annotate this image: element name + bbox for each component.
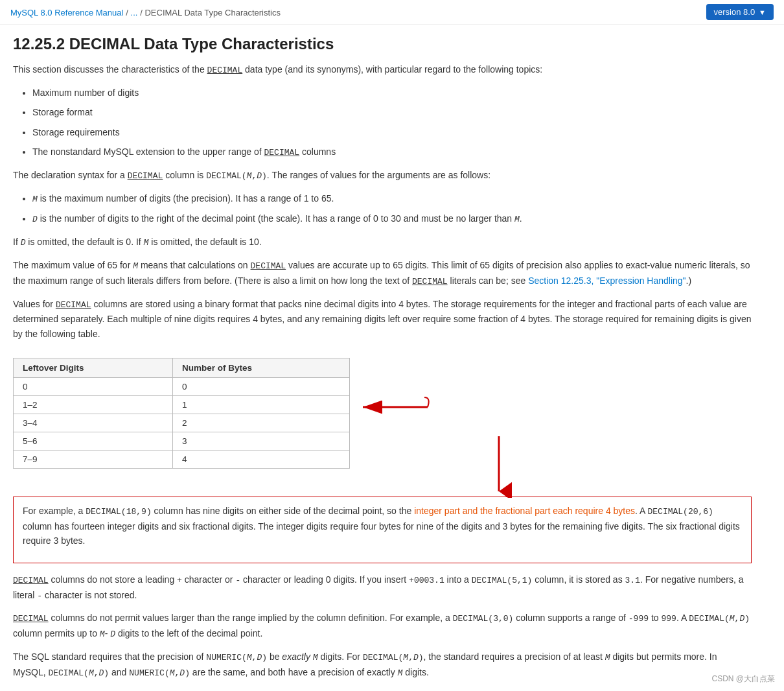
- red-arrow-right-icon: [356, 394, 434, 420]
- list-item: Storage requirements: [32, 125, 752, 139]
- leading-paragraph: DECIMAL columns do not store a leading +…: [13, 572, 752, 603]
- example-box: For example, a DECIMAL(18,9) column has …: [13, 497, 752, 563]
- watermark: CSDN @大白点菜: [711, 673, 775, 685]
- list-item: Storage format: [32, 105, 752, 119]
- list-item: The nonstandard MySQL extension to the u…: [32, 145, 752, 160]
- omit-paragraph: If D is omitted, the default is 0. If M …: [13, 235, 752, 250]
- top-bar: MySQL 8.0 Reference Manual / ... / DECIM…: [0, 0, 784, 25]
- maxval-paragraph: The maximum value of 65 for M means that…: [13, 258, 752, 289]
- list-item-d: D is the number of digits to the right o…: [32, 211, 752, 227]
- table-row: 1–2 1: [14, 396, 350, 414]
- version-button[interactable]: version 8.0 ▼: [706, 4, 774, 20]
- sql-standard-paragraph: The SQL standard requires that the preci…: [13, 650, 752, 681]
- table-row: 3–4 2: [14, 414, 350, 432]
- table-row: 7–9 4: [14, 451, 350, 469]
- table-row: 0 0: [14, 378, 350, 396]
- main-content: 12.25.2 DECIMAL Data Type Characteristic…: [0, 25, 765, 691]
- table-row: 5–6 3: [14, 432, 350, 451]
- storage-table: Leftover Digits Number of Bytes 0 0 1–2 …: [13, 358, 350, 469]
- arrow-right-annotation: [356, 394, 434, 422]
- storage-paragraph: Values for DECIMAL columns are stored us…: [13, 297, 752, 342]
- topics-list: Maximum number of digits Storage format …: [32, 86, 752, 160]
- syntax-paragraph: The declaration syntax for a DECIMAL col…: [13, 168, 752, 183]
- range-paragraph: DECIMAL columns do not permit values lar…: [13, 611, 752, 642]
- chevron-down-icon: ▼: [759, 8, 766, 16]
- table-section: Leftover Digits Number of Bytes 0 0 1–2 …: [13, 349, 350, 478]
- breadcrumb-current: DECIMAL Data Type Characteristics: [144, 8, 281, 18]
- breadcrumb-dots[interactable]: ...: [131, 8, 138, 18]
- red-arrow-down-icon: [486, 433, 512, 498]
- breadcrumb-home[interactable]: MySQL 8.0 Reference Manual: [10, 8, 123, 18]
- breadcrumb: MySQL 8.0 Reference Manual / ... / DECIM…: [10, 7, 281, 18]
- arrow-down-annotation: [486, 433, 512, 500]
- col-header-bytes: Number of Bytes: [173, 358, 350, 378]
- intro-paragraph: This section discusses the characteristi…: [13, 62, 752, 78]
- col-header-leftover: Leftover Digits: [14, 358, 173, 378]
- list-item-m: M is the maximum number of digits (the p…: [32, 191, 752, 207]
- list-item: Maximum number of digits: [32, 86, 752, 100]
- md-list: M is the maximum number of digits (the p…: [32, 191, 752, 228]
- page-title: 12.25.2 DECIMAL Data Type Characteristic…: [13, 35, 752, 53]
- section-link[interactable]: Section 12.25.3, "Expression Handling": [528, 275, 686, 286]
